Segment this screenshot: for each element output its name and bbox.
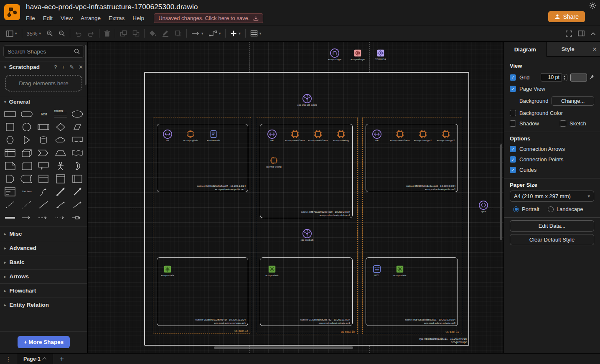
node-eco-prod-efs[interactable]: eco-prod-efs <box>254 264 290 277</box>
shape-cylinder[interactable] <box>35 133 52 146</box>
node-eco-prod-alb[interactable]: eco-prod-alb <box>290 229 325 242</box>
connection-style-button[interactable]: ▾ <box>191 31 203 36</box>
shape-list-item[interactable]: List Item <box>18 185 35 198</box>
shape-directional-connector[interactable] <box>69 198 86 211</box>
more-shapes-button[interactable]: + More Shapes <box>18 336 70 348</box>
zoom-level-dropdown[interactable]: 35% ▾ <box>27 31 41 37</box>
canvas-horizontal-scrollbar[interactable] <box>214 346 353 349</box>
diagram-canvas[interactable]: vpc-0e5faa8feb628f161 - 10.200.0.0/16eco… <box>88 42 503 353</box>
shape-circle[interactable] <box>18 120 35 133</box>
waypoints-button[interactable]: ▾ <box>209 31 221 36</box>
redo-button[interactable] <box>87 31 94 37</box>
shape-horizontal-container[interactable] <box>69 172 86 185</box>
shape-dashed-line[interactable] <box>2 198 18 211</box>
landscape-radio[interactable]: Landscape <box>548 206 583 212</box>
scratchpad-help-icon[interactable]: ? <box>54 64 57 70</box>
page-view-checkbox[interactable]: ✓ <box>510 86 516 92</box>
node-eco-vpc-mongo-2[interactable]: eco-vpc-mongo-2 <box>428 129 463 142</box>
sidebar-section-entity-relation[interactable]: ▸Entity Relation <box>0 298 87 312</box>
to-back-button[interactable] <box>132 30 140 37</box>
shape-bidirectional-arrow[interactable] <box>52 185 69 198</box>
shape-dashed-arrow[interactable] <box>35 211 52 224</box>
sidebar-scrollbar[interactable] <box>85 45 86 85</box>
connection-arrows-checkbox[interactable]: ✓ <box>510 146 516 152</box>
shape-and[interactable] <box>2 172 18 185</box>
search-shapes-input[interactable]: Search Shapes <box>3 45 84 58</box>
shape-tape[interactable] <box>69 146 86 159</box>
menu-file[interactable]: File <box>26 15 35 21</box>
grid-size-input[interactable]: 10 pt <box>541 73 562 81</box>
shape-trapezoid[interactable] <box>52 146 69 159</box>
delete-button[interactable] <box>104 30 110 37</box>
sidebar-section-flowchart[interactable]: ▸Flowchart <box>0 283 87 298</box>
scratchpad-add-icon[interactable]: + <box>62 64 65 70</box>
shape-curve[interactable] <box>35 185 52 198</box>
scratchpad-header[interactable]: ▾ Scratchpad ? + ✎ ✕ <box>0 61 87 73</box>
shape-diamond[interactable] <box>52 120 69 133</box>
background-color-checkbox[interactable]: ✓ <box>510 110 516 116</box>
shape-dotted-line[interactable] <box>18 198 35 211</box>
menu-help[interactable]: Help <box>132 15 144 21</box>
menu-edit[interactable]: Edit <box>43 15 53 21</box>
node-TGW-USA[interactable]: TGW-USA <box>363 48 398 61</box>
node-eco-forumdb[interactable]: eco-forumdb <box>196 129 231 142</box>
node-eco-prod-efs[interactable]: eco-prod-efs <box>382 264 417 277</box>
scratchpad-edit-icon[interactable]: ✎ <box>69 64 74 70</box>
menu-arrange[interactable]: Arrange <box>81 15 101 21</box>
tab-style[interactable]: Style <box>547 42 590 57</box>
shape-text[interactable]: Text <box>35 107 52 120</box>
pages-menu-icon[interactable]: ⋮ <box>0 356 17 362</box>
zoom-out-button[interactable] <box>58 30 65 37</box>
shape-data-storage[interactable] <box>18 172 35 185</box>
canvas-vertical-scrollbar[interactable] <box>500 144 502 240</box>
sidebar-section-arrows[interactable]: ▸Arrows <box>0 269 87 283</box>
sidebar-section-basic[interactable]: ▸Basic <box>0 255 87 269</box>
fullscreen-button[interactable] <box>566 31 572 37</box>
page-tab[interactable]: Page-1 <box>17 354 53 364</box>
general-section-header[interactable]: ▾ General <box>0 96 87 107</box>
shape-card[interactable] <box>18 159 35 172</box>
shape-triangle[interactable] <box>18 133 35 146</box>
grid-size-stepper[interactable]: ▲▼ <box>562 74 567 81</box>
connection-points-checkbox[interactable]: ✓ <box>510 156 516 163</box>
to-front-button[interactable] <box>120 30 127 37</box>
change-background-button[interactable]: Change... <box>552 96 594 106</box>
node-eco-prod-efs[interactable]: eco-prod-efs <box>150 264 185 277</box>
shape-cloud[interactable] <box>52 133 69 146</box>
zoom-in-button[interactable] <box>46 30 53 37</box>
tab-diagram[interactable]: Diagram <box>504 42 547 57</box>
node-eco-vpc-testing[interactable]: eco-vpc-testing <box>256 155 291 168</box>
shape-cube[interactable] <box>18 146 35 159</box>
shape-labeled-arrow[interactable] <box>69 211 86 224</box>
clear-default-style-button[interactable]: Clear Default Style <box>510 234 594 245</box>
menu-extras[interactable]: Extras <box>109 15 125 21</box>
share-button[interactable]: Share <box>548 11 585 22</box>
node-eco-vpc-testing[interactable]: eco-vpc-testing <box>323 129 358 142</box>
shadow-checkbox[interactable]: ✓ <box>510 120 516 127</box>
add-page-button[interactable]: + <box>53 355 71 363</box>
format-panel-toggle-button[interactable] <box>578 31 585 36</box>
shape-process[interactable] <box>35 120 52 133</box>
shape-container[interactable] <box>35 172 52 185</box>
shape-step[interactable] <box>35 146 52 159</box>
shape-note[interactable] <box>2 159 18 172</box>
collapse-toolbar-button[interactable] <box>590 32 596 36</box>
guides-checkbox[interactable]: ✓ <box>510 167 516 173</box>
table-button[interactable]: ▾ <box>250 30 262 37</box>
sidebar-section-misc[interactable]: ▸Misc <box>0 227 87 241</box>
insert-button[interactable]: ▾ <box>230 30 241 37</box>
fill-color-button[interactable] <box>149 30 156 37</box>
edit-data-button[interactable]: Edit Data... <box>510 220 594 232</box>
portrait-radio[interactable]: Portrait <box>513 206 539 212</box>
shape-line[interactable] <box>35 198 52 211</box>
view-toggle-button[interactable]: ▾ <box>6 31 17 37</box>
sketch-checkbox[interactable]: ✓ <box>560 120 566 127</box>
shape-bidirectional-connector[interactable] <box>52 198 69 211</box>
scratchpad-close-icon[interactable]: ✕ <box>79 64 83 70</box>
paper-size-select[interactable]: A4 (210 mm x 297 mm) ▾ <box>510 191 594 202</box>
theme-toggle-icon[interactable] <box>589 2 596 9</box>
shape-arrow-connector[interactable] <box>18 211 35 224</box>
shape-or[interactable] <box>69 159 86 172</box>
shape-internal-storage[interactable] <box>2 146 18 159</box>
scratchpad-dropzone[interactable]: Drag elements here <box>5 75 82 92</box>
